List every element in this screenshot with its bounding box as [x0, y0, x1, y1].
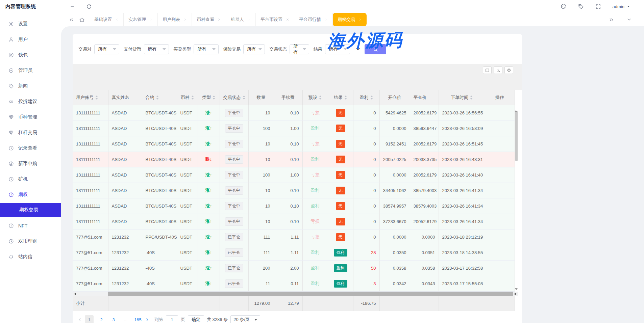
- column-header[interactable]: 下单时间: [439, 90, 485, 105]
- sidebar-item[interactable]: 投拆建议: [0, 94, 61, 109]
- horizontal-scroll-thumb[interactable]: [108, 292, 513, 296]
- column-header[interactable]: 真实姓名: [108, 90, 142, 105]
- column-header[interactable]: 币种: [177, 90, 198, 105]
- tab-close-icon[interactable]: [149, 18, 153, 21]
- user-menu[interactable]: admin: [613, 4, 630, 9]
- tab[interactable]: 币种查看: [192, 13, 226, 26]
- sidebar-item[interactable]: 用户: [0, 32, 61, 47]
- tab-close-icon[interactable]: [324, 18, 328, 21]
- column-header[interactable]: 类型: [198, 90, 220, 105]
- filter-select[interactable]: 所有: [243, 44, 265, 54]
- tabs-dropdown-icon[interactable]: [626, 17, 632, 22]
- prev-page-icon[interactable]: [77, 317, 82, 322]
- table-vertical-scrollbar[interactable]: [515, 105, 518, 292]
- column-header[interactable]: 交易状态: [220, 90, 248, 105]
- column-header[interactable]: 用户账号: [73, 90, 108, 105]
- sidebar-item[interactable]: 钱包: [0, 47, 61, 63]
- column-header[interactable]: 手续费: [274, 90, 302, 105]
- table-horizontal-scrollbar[interactable]: [73, 292, 518, 296]
- column-header[interactable]: 平仓价: [410, 90, 439, 105]
- sidebar-item[interactable]: 期权: [0, 187, 61, 203]
- home-icon[interactable]: [79, 17, 85, 23]
- scroll-left-icon[interactable]: [74, 293, 76, 295]
- sidebar-collapse-icon[interactable]: [70, 3, 76, 9]
- theme-palette-icon[interactable]: [561, 3, 567, 9]
- sidebar-item[interactable]: NFT: [0, 218, 61, 234]
- tab-close-icon[interactable]: [358, 18, 362, 21]
- tab[interactable]: 平台币行情: [294, 13, 333, 26]
- sidebar-item[interactable]: 新币申购: [0, 156, 61, 171]
- column-header[interactable]: 盈利: [353, 90, 379, 105]
- sidebar-item[interactable]: 币种管理: [0, 109, 61, 125]
- sort-icon[interactable]: [344, 96, 347, 100]
- scroll-up-icon[interactable]: [515, 105, 517, 112]
- sort-icon[interactable]: [243, 96, 245, 100]
- page-number[interactable]: 3: [109, 315, 118, 323]
- filter-select[interactable]: 所有: [194, 44, 219, 54]
- scroll-right-icon[interactable]: [515, 293, 517, 295]
- filter-select[interactable]: 所有: [144, 44, 169, 54]
- sidebar-item[interactable]: 双币理财: [0, 234, 61, 249]
- sidebar-item[interactable]: 记录查看: [0, 140, 61, 156]
- tabs-scroll-right-icon[interactable]: [609, 17, 614, 23]
- scroll-down-icon[interactable]: [515, 288, 518, 290]
- column-header[interactable]: 合约: [142, 90, 177, 105]
- column-header[interactable]: 数量: [248, 90, 274, 105]
- tab[interactable]: 机器人: [226, 13, 256, 26]
- filter-collapse-icon[interactable]: [355, 46, 361, 52]
- sort-icon[interactable]: [470, 96, 473, 100]
- cell-contract: -40S: [142, 276, 177, 291]
- tab-close-icon[interactable]: [247, 18, 251, 21]
- tag-icon[interactable]: [578, 4, 584, 9]
- sort-icon[interactable]: [319, 96, 322, 100]
- filter-select[interactable]: 所有: [290, 44, 309, 54]
- sidebar-item[interactable]: 新闻: [0, 78, 61, 94]
- confirm-button[interactable]: 确定: [188, 315, 204, 323]
- filter-select[interactable]: 所有: [325, 44, 350, 54]
- sidebar-item-option-trade[interactable]: 期权交易: [0, 203, 61, 217]
- page-number[interactable]: 1: [85, 315, 94, 323]
- refresh-icon[interactable]: [86, 4, 92, 9]
- tabs-scroll-left-icon[interactable]: [69, 17, 74, 23]
- page-number[interactable]: 2: [97, 315, 106, 323]
- cell-quantity: 10: [248, 152, 274, 167]
- sidebar-item[interactable]: 管理员: [0, 63, 61, 78]
- filter-select[interactable]: 所有: [94, 44, 119, 54]
- tab[interactable]: 基础设置: [90, 13, 124, 26]
- search-button[interactable]: [365, 44, 386, 54]
- column-header[interactable]: 操作: [485, 90, 515, 105]
- tab[interactable]: 用户列表: [158, 13, 192, 26]
- tab-close-icon[interactable]: [286, 18, 289, 21]
- sort-icon[interactable]: [213, 96, 215, 100]
- sidebar-item[interactable]: 矿机: [0, 171, 61, 187]
- page-number[interactable]: ...: [121, 315, 130, 323]
- tab-close-icon[interactable]: [183, 18, 187, 21]
- sort-icon[interactable]: [191, 96, 194, 100]
- tab-close-icon[interactable]: [115, 18, 119, 21]
- filter-bar: 交易对 所有 支付货币 所有: [73, 34, 522, 60]
- vertical-scroll-thumb[interactable]: [515, 111, 518, 161]
- goto-page-input[interactable]: [166, 315, 178, 323]
- page-size-select[interactable]: 20 条/页: [230, 315, 260, 323]
- column-header[interactable]: 开仓价: [379, 90, 410, 105]
- tab-close-icon[interactable]: [218, 18, 221, 21]
- sidebar-item[interactable]: 设置: [0, 16, 61, 32]
- export-download-icon[interactable]: [494, 66, 502, 74]
- tab[interactable]: 期权交易: [333, 13, 367, 26]
- next-page-icon[interactable]: [145, 317, 150, 322]
- page-number[interactable]: 165: [133, 315, 142, 323]
- tab[interactable]: 平台币设置: [256, 13, 294, 26]
- tab[interactable]: 实名管理: [124, 13, 158, 26]
- sidebar-item-icon: [8, 52, 14, 58]
- table-row: 777@51.com 1231232 -40S USDT 涨↑ 已平仓 200 …: [73, 260, 515, 276]
- column-header[interactable]: 结果: [328, 90, 353, 105]
- sort-icon[interactable]: [156, 96, 159, 100]
- sort-icon[interactable]: [370, 96, 373, 100]
- print-icon[interactable]: [504, 66, 513, 74]
- sort-icon[interactable]: [95, 96, 98, 100]
- column-header[interactable]: 预设: [302, 90, 328, 105]
- sidebar-item[interactable]: 杠杆交易: [0, 125, 61, 140]
- sidebar-item[interactable]: 站内信: [0, 249, 61, 265]
- fullscreen-icon[interactable]: [595, 4, 601, 9]
- columns-grid-icon[interactable]: [483, 66, 492, 74]
